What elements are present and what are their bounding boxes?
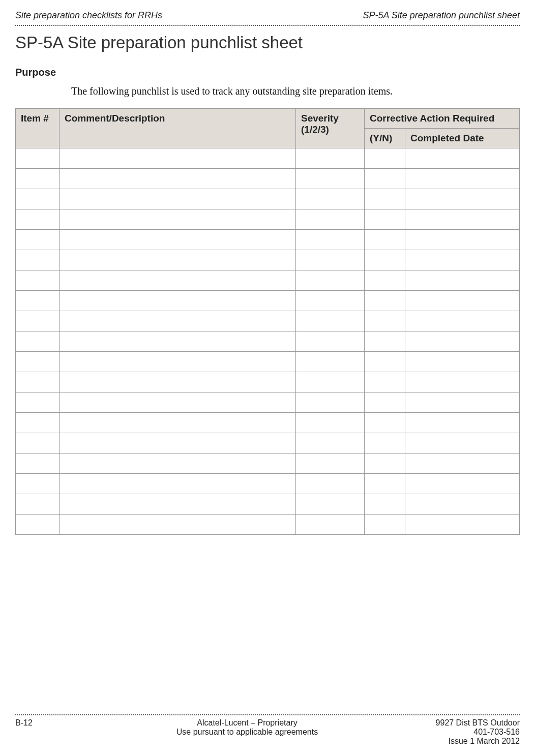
cell-comment: [60, 433, 296, 453]
cell-severity: [296, 515, 365, 535]
table-row: [16, 291, 520, 311]
cell-severity: [296, 148, 365, 169]
cell-comment: [60, 169, 296, 189]
cell-severity: [296, 494, 365, 515]
cell-severity: [296, 189, 365, 209]
cell-date: [405, 413, 520, 433]
page-title: SP-5A Site preparation punchlist sheet: [15, 33, 520, 52]
cell-yn: [365, 474, 405, 494]
table-row: [16, 352, 520, 372]
table-row: [16, 230, 520, 250]
cell-yn: [365, 250, 405, 270]
cell-date: [405, 169, 520, 189]
cell-severity: [296, 209, 365, 230]
col-header-severity: Severity (1/2/3): [296, 109, 365, 148]
cell-severity: [296, 311, 365, 331]
col-header-corrective: Corrective Action Required: [365, 109, 520, 129]
table-row: [16, 474, 520, 494]
table-row: [16, 169, 520, 189]
cell-item: [16, 392, 60, 413]
cell-item: [16, 515, 60, 535]
cell-date: [405, 230, 520, 250]
cell-yn: [365, 433, 405, 453]
cell-comment: [60, 230, 296, 250]
cell-severity: [296, 474, 365, 494]
cell-item: [16, 453, 60, 474]
cell-yn: [365, 148, 405, 169]
cell-yn: [365, 352, 405, 372]
cell-date: [405, 311, 520, 331]
cell-item: [16, 209, 60, 230]
cell-comment: [60, 270, 296, 291]
cell-comment: [60, 352, 296, 372]
page-footer: B-12 Alcatel-Lucent – Proprietary Use pu…: [15, 714, 520, 746]
cell-severity: [296, 250, 365, 270]
footer-issue-date: Issue 1 March 2012: [418, 737, 520, 746]
table-header: Item # Comment/Description Severity (1/2…: [16, 109, 520, 148]
cell-date: [405, 250, 520, 270]
col-header-date: Completed Date: [405, 129, 520, 148]
cell-severity: [296, 352, 365, 372]
table-row: [16, 148, 520, 169]
cell-comment: [60, 209, 296, 230]
table-row: [16, 392, 520, 413]
footer-rule: [15, 714, 520, 715]
cell-comment: [60, 474, 296, 494]
footer-proprietary: Alcatel-Lucent – Proprietary: [76, 718, 418, 728]
cell-comment: [60, 494, 296, 515]
purpose-text: The following punchlist is used to track…: [71, 85, 520, 97]
cell-comment: [60, 392, 296, 413]
cell-yn: [365, 189, 405, 209]
cell-comment: [60, 413, 296, 433]
cell-yn: [365, 169, 405, 189]
cell-yn: [365, 413, 405, 433]
cell-comment: [60, 148, 296, 169]
cell-item: [16, 372, 60, 392]
cell-date: [405, 270, 520, 291]
cell-comment: [60, 291, 296, 311]
cell-comment: [60, 372, 296, 392]
footer-center: Alcatel-Lucent – Proprietary Use pursuan…: [76, 718, 418, 737]
col-header-item: Item #: [16, 109, 60, 148]
cell-date: [405, 453, 520, 474]
cell-comment: [60, 311, 296, 331]
header-right: SP-5A Site preparation punchlist sheet: [363, 10, 520, 21]
cell-item: [16, 433, 60, 453]
footer-doc-title: 9927 Dist BTS Outdoor: [418, 718, 520, 728]
cell-date: [405, 189, 520, 209]
cell-yn: [365, 291, 405, 311]
cell-severity: [296, 413, 365, 433]
table-row: [16, 311, 520, 331]
cell-date: [405, 474, 520, 494]
running-header: Site preparation checklists for RRHs SP-…: [15, 10, 520, 21]
cell-yn: [365, 372, 405, 392]
cell-item: [16, 250, 60, 270]
cell-item: [16, 331, 60, 352]
cell-item: [16, 189, 60, 209]
cell-item: [16, 413, 60, 433]
table-row: [16, 413, 520, 433]
cell-yn: [365, 270, 405, 291]
cell-date: [405, 352, 520, 372]
cell-date: [405, 291, 520, 311]
cell-yn: [365, 230, 405, 250]
cell-item: [16, 474, 60, 494]
table-row: [16, 515, 520, 535]
cell-date: [405, 392, 520, 413]
cell-date: [405, 209, 520, 230]
cell-yn: [365, 209, 405, 230]
cell-severity: [296, 331, 365, 352]
cell-severity: [296, 169, 365, 189]
cell-item: [16, 352, 60, 372]
cell-severity: [296, 392, 365, 413]
cell-date: [405, 331, 520, 352]
col-header-comment: Comment/Description: [60, 109, 296, 148]
table-row: [16, 372, 520, 392]
footer-use-pursuant: Use pursuant to applicable agreements: [76, 728, 418, 737]
cell-severity: [296, 230, 365, 250]
cell-item: [16, 169, 60, 189]
cell-date: [405, 515, 520, 535]
cell-yn: [365, 494, 405, 515]
table-row: [16, 494, 520, 515]
table-row: [16, 189, 520, 209]
